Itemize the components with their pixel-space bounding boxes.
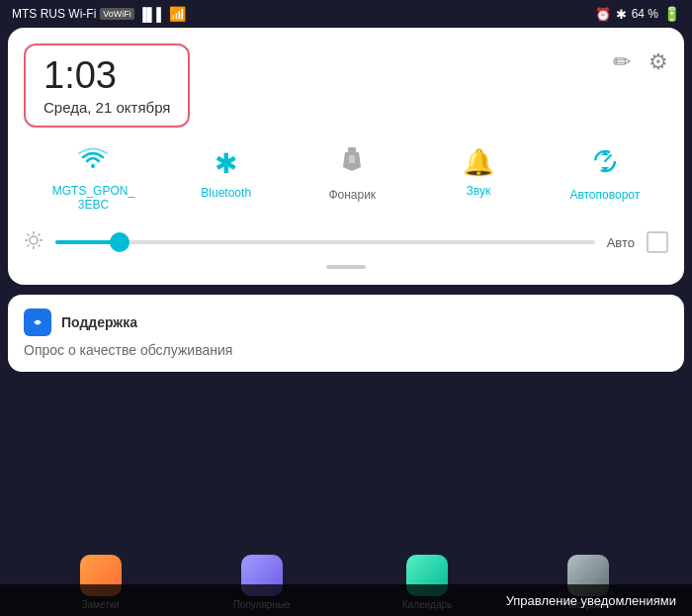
bottom-dock-area: Заметки Популярные Календарь Настройки У…: [0, 549, 692, 616]
notification-area: Поддержка Опрос о качестве обслуживания: [0, 295, 692, 372]
flashlight-label: Фонарик: [328, 188, 376, 202]
clock-box: 1:03 Среда, 21 октября: [24, 44, 190, 128]
status-bar: MTS RUS Wi-Fi VoWiFi ▐▌▌ 📶 ⏰ ✱ 64 % 🔋: [0, 0, 692, 28]
vowifi-badge: VoWiFi: [100, 8, 134, 20]
svg-line-12: [28, 244, 30, 246]
notif-app-icon: [24, 308, 51, 336]
toggle-bluetooth[interactable]: ✱ Bluetooth: [192, 147, 261, 213]
bluetooth-icon: ✱: [215, 147, 237, 180]
clock-time: 1:03: [43, 55, 170, 97]
carrier-text: MTS RUS Wi-Fi: [12, 7, 96, 21]
svg-point-5: [30, 236, 38, 244]
wifi-status-icon: 📶: [169, 6, 186, 22]
auto-label: Авто: [607, 235, 635, 250]
flashlight-icon: [341, 147, 363, 182]
bluetooth-status-icon: ✱: [616, 7, 627, 22]
status-left: MTS RUS Wi-Fi VoWiFi ▐▌▌ 📶: [12, 6, 186, 22]
svg-line-10: [28, 233, 30, 235]
brightness-low-icon: [24, 230, 43, 255]
svg-rect-2: [349, 155, 355, 163]
toggle-sound[interactable]: 🔔 Звук: [444, 147, 513, 213]
svg-line-13: [39, 233, 41, 235]
alarm-icon: ⏰: [595, 7, 611, 22]
signal-icon: ▐▌▌: [138, 7, 166, 22]
autorotate-icon: [591, 147, 619, 182]
drag-handle-bar: [326, 265, 366, 269]
notification-header: Поддержка: [24, 308, 668, 336]
sound-label: Звук: [467, 184, 491, 198]
wifi-label: MGTS_GPON_ 3EBC: [52, 184, 134, 213]
auto-brightness-checkbox[interactable]: [647, 231, 668, 253]
battery-text: 64 %: [632, 7, 658, 21]
brightness-slider[interactable]: [55, 240, 595, 244]
svg-line-4: [605, 155, 611, 161]
toggle-autorotate[interactable]: Автоповорот: [569, 147, 640, 213]
quick-toggles: MGTS_GPON_ 3EBC ✱ Bluetooth Фонарик 🔔 Зв…: [24, 147, 668, 213]
bluetooth-label: Bluetooth: [201, 186, 251, 200]
clock-actions: ✏ ⚙: [613, 44, 668, 75]
battery-icon: 🔋: [663, 6, 680, 22]
notif-app-name: Поддержка: [61, 314, 137, 330]
notification-card[interactable]: Поддержка Опрос о качестве обслуживания: [8, 295, 684, 372]
settings-icon[interactable]: ⚙: [649, 49, 668, 75]
wifi-icon: [78, 147, 108, 178]
clock-section: 1:03 Среда, 21 октября ✏ ⚙: [24, 44, 668, 128]
notification-panel: 1:03 Среда, 21 октября ✏ ⚙ MGTS_GPON_ 3E…: [8, 28, 684, 285]
autorotate-label: Автоповорот: [569, 188, 640, 202]
svg-line-11: [39, 244, 41, 246]
edit-icon[interactable]: ✏: [613, 49, 631, 75]
svg-rect-1: [348, 147, 356, 152]
management-text: Управление уведомлениями: [506, 593, 676, 608]
svg-point-15: [36, 320, 40, 324]
toggle-flashlight[interactable]: Фонарик: [317, 147, 387, 213]
drag-handle: [24, 265, 668, 269]
clock-date: Среда, 21 октября: [43, 99, 170, 116]
sound-icon: 🔔: [463, 147, 494, 178]
toggle-wifi[interactable]: MGTS_GPON_ 3EBC: [52, 147, 134, 213]
brightness-row: Авто: [24, 230, 668, 255]
management-bar[interactable]: Управление уведомлениями: [0, 584, 692, 616]
notif-message: Опрос о качестве обслуживания: [24, 342, 668, 358]
status-right: ⏰ ✱ 64 % 🔋: [595, 6, 680, 22]
svg-point-0: [91, 164, 95, 168]
